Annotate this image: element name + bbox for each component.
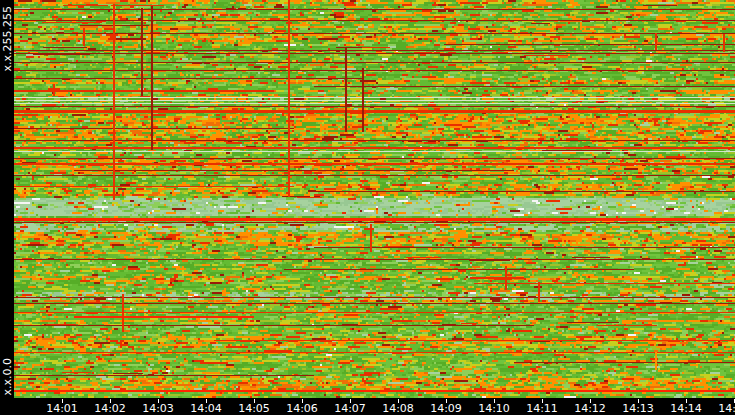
x-axis-tick-label: 14:02 (90, 402, 130, 415)
x-axis-tick-label: 14:03 (138, 402, 178, 415)
x-axis-tick-label: 14:11 (522, 402, 562, 415)
x-axis-tick-label: 14:15 (714, 402, 735, 415)
x-axis-tick-label: 14:14 (666, 402, 706, 415)
x-axis-tick-label: 14:09 (426, 402, 466, 415)
y-axis-label-top: x.x.255.255 (1, 6, 14, 72)
x-axis-tick-label: 14:12 (570, 402, 610, 415)
activity-heatmap-canvas (14, 0, 735, 398)
x-axis-tick-label: 14:06 (282, 402, 322, 415)
y-axis: x.x.255.255 x.x.0.0 (0, 0, 14, 398)
x-axis-tick-label: 14:10 (474, 402, 514, 415)
x-axis-tick-label: 14:13 (618, 402, 658, 415)
x-axis-tick-label: 14:05 (234, 402, 274, 415)
x-axis-tick-label: 14:01 (42, 402, 82, 415)
x-axis-tick-label: 14:04 (186, 402, 226, 415)
x-axis: 14:0114:0214:0314:0414:0514:0614:0714:08… (0, 398, 735, 415)
x-axis-tick-label: 14:07 (330, 402, 370, 415)
x-axis-tick-label: 14:08 (378, 402, 418, 415)
netmon-window: x.x.255.255 x.x.0.0 14:0114:0214:0314:04… (0, 0, 735, 415)
y-axis-label-bottom: x.x.0.0 (1, 358, 14, 396)
